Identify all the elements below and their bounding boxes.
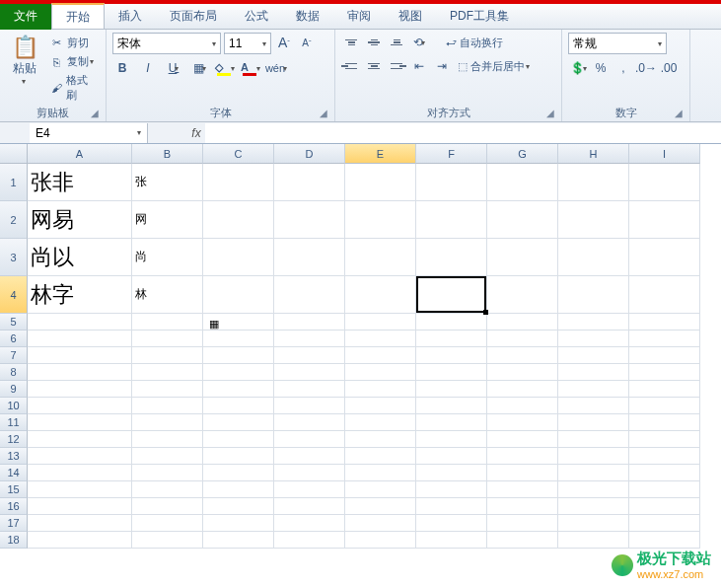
underline-button[interactable]: U▾	[164, 58, 183, 78]
cell-H5[interactable]	[558, 314, 629, 331]
cell-G15[interactable]	[487, 481, 558, 498]
cell-C16[interactable]	[203, 498, 274, 515]
row-header-4[interactable]: 4	[0, 276, 28, 314]
cell-B1[interactable]: 张	[132, 164, 203, 201]
cell-I3[interactable]	[629, 239, 700, 276]
row-header-15[interactable]: 15	[0, 481, 28, 498]
cell-H7[interactable]	[558, 347, 629, 364]
cell-G7[interactable]	[487, 347, 558, 364]
cell-A1[interactable]: 张非	[28, 164, 132, 201]
cell-C8[interactable]	[203, 364, 274, 381]
cell-H6[interactable]	[558, 331, 629, 347]
cell-H1[interactable]	[558, 164, 629, 201]
cell-G17[interactable]	[487, 515, 558, 532]
cell-B9[interactable]	[132, 381, 203, 398]
cell-I8[interactable]	[629, 364, 700, 381]
cell-A16[interactable]	[28, 498, 132, 515]
cell-I1[interactable]	[629, 164, 700, 201]
cell-H8[interactable]	[558, 364, 629, 381]
fx-icon[interactable]: fx	[187, 126, 205, 140]
cell-D14[interactable]	[274, 465, 345, 481]
cell-H18[interactable]	[558, 532, 629, 549]
cell-A10[interactable]	[28, 398, 132, 414]
autofill-options-icon[interactable]: ▦	[209, 318, 223, 331]
paste-button[interactable]: 📋 粘贴 ▾	[6, 33, 44, 104]
font-name-select[interactable]: 宋体▾	[112, 33, 221, 54]
row-header-10[interactable]: 10	[0, 398, 28, 414]
column-header-D[interactable]: D	[274, 144, 345, 164]
tab-review[interactable]: 审阅	[333, 4, 385, 30]
cell-E17[interactable]	[345, 515, 416, 532]
cell-C9[interactable]	[203, 381, 274, 398]
row-header-11[interactable]: 11	[0, 414, 28, 431]
cell-B16[interactable]	[132, 498, 203, 515]
cell-F7[interactable]	[416, 347, 487, 364]
cell-G9[interactable]	[487, 381, 558, 398]
cell-E18[interactable]	[345, 532, 416, 549]
row-header-5[interactable]: 5	[0, 314, 28, 331]
cell-I17[interactable]	[629, 515, 700, 532]
cell-C6[interactable]	[203, 331, 274, 347]
cell-C18[interactable]	[203, 532, 274, 549]
cell-A9[interactable]	[28, 381, 132, 398]
row-header-9[interactable]: 9	[0, 381, 28, 398]
cell-H15[interactable]	[558, 481, 629, 498]
cell-B8[interactable]	[132, 364, 203, 381]
cell-D8[interactable]	[274, 364, 345, 381]
increase-decimal-button[interactable]: .0→	[636, 58, 656, 78]
cell-E5[interactable]	[345, 314, 416, 331]
cell-I2[interactable]	[629, 201, 700, 239]
cell-C14[interactable]	[203, 465, 274, 481]
border-button[interactable]: ▦▾	[189, 58, 209, 78]
cell-A11[interactable]	[28, 414, 132, 431]
cell-I12[interactable]	[629, 431, 700, 448]
currency-button[interactable]: 💲▾	[568, 58, 588, 78]
cell-I5[interactable]	[629, 314, 700, 331]
cell-D1[interactable]	[274, 164, 345, 201]
tab-layout[interactable]: 页面布局	[156, 4, 231, 30]
cell-D17[interactable]	[274, 515, 345, 532]
cell-B3[interactable]: 尚	[132, 239, 203, 276]
cell-H16[interactable]	[558, 498, 629, 515]
cell-A6[interactable]	[28, 331, 132, 347]
cell-G5[interactable]	[487, 314, 558, 331]
increase-indent-button[interactable]: ⇥	[432, 56, 452, 76]
cell-grid[interactable]: ▦ 张非张网易网尚以尚林字林	[28, 164, 721, 549]
cell-B18[interactable]	[132, 532, 203, 549]
cell-A4[interactable]: 林字	[28, 276, 132, 314]
font-size-select[interactable]: 11▾	[224, 33, 271, 54]
cell-C10[interactable]	[203, 398, 274, 414]
cell-E10[interactable]	[345, 398, 416, 414]
cell-G6[interactable]	[487, 331, 558, 347]
cell-D10[interactable]	[274, 398, 345, 414]
cell-G11[interactable]	[487, 414, 558, 431]
cell-I11[interactable]	[629, 414, 700, 431]
cell-B17[interactable]	[132, 515, 203, 532]
clipboard-launcher-icon[interactable]: ◢	[91, 108, 103, 119]
tab-view[interactable]: 视图	[385, 4, 436, 30]
cell-D16[interactable]	[274, 498, 345, 515]
format-painter-button[interactable]: 🖌格式刷	[48, 72, 100, 104]
column-header-H[interactable]: H	[558, 144, 629, 164]
cell-C1[interactable]	[203, 164, 274, 201]
cell-C3[interactable]	[203, 239, 274, 276]
cell-B13[interactable]	[132, 448, 203, 465]
cell-F5[interactable]	[416, 314, 487, 331]
decrease-font-button[interactable]: Aˇ	[297, 33, 317, 52]
cell-B2[interactable]: 网	[132, 201, 203, 239]
fill-color-button[interactable]: ◇▾	[215, 58, 235, 78]
cell-E15[interactable]	[345, 481, 416, 498]
cell-A5[interactable]	[28, 314, 132, 331]
number-format-select[interactable]: 常规▾	[568, 33, 667, 54]
cell-D2[interactable]	[274, 201, 345, 239]
cell-E6[interactable]	[345, 331, 416, 347]
cell-F4[interactable]	[416, 276, 487, 314]
cell-G4[interactable]	[487, 276, 558, 314]
tab-file[interactable]: 文件	[0, 4, 51, 30]
align-middle-button[interactable]	[364, 33, 384, 52]
cell-I15[interactable]	[629, 481, 700, 498]
formula-bar[interactable]	[205, 123, 721, 143]
column-header-E[interactable]: E	[345, 144, 416, 164]
cell-F18[interactable]	[416, 532, 487, 549]
cell-C17[interactable]	[203, 515, 274, 532]
